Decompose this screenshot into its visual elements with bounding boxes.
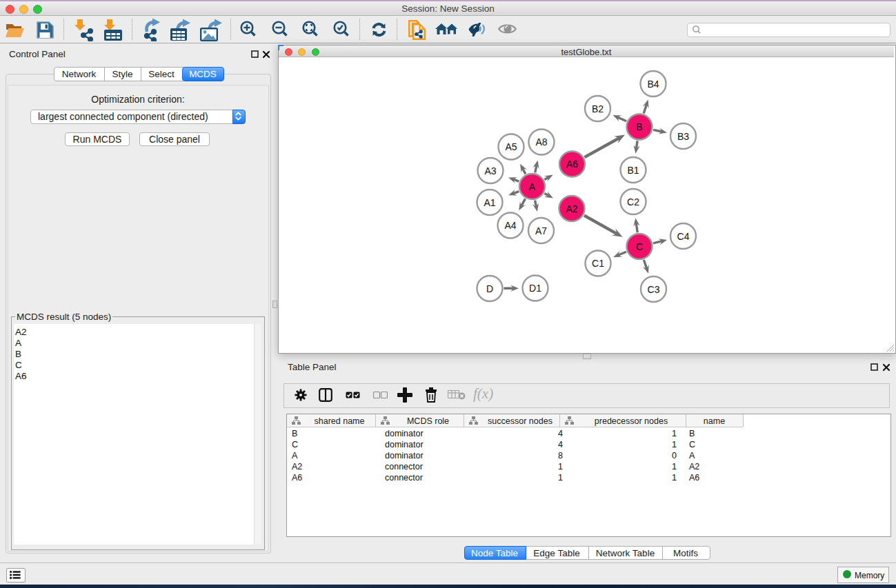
svg-text:D1: D1 [529,283,541,294]
svg-text:A3: A3 [484,165,496,176]
svg-text:C: C [636,241,643,252]
svg-text:A2: A2 [566,203,577,214]
svg-text:A7: A7 [535,225,547,236]
svg-text:C1: C1 [592,258,604,269]
svg-text:B3: B3 [677,131,689,142]
svg-text:A1: A1 [484,197,495,208]
svg-text:A: A [529,181,536,192]
svg-text:B: B [636,121,642,132]
svg-text:B1: B1 [627,165,639,176]
svg-text:A8: A8 [535,136,547,148]
svg-text:D: D [486,283,493,294]
svg-text:C2: C2 [627,196,639,207]
svg-text:B4: B4 [647,79,659,90]
svg-text:C3: C3 [648,284,660,295]
svg-text:A6: A6 [566,159,578,170]
svg-text:A5: A5 [505,141,517,152]
svg-text:A4: A4 [504,220,516,231]
svg-text:C4: C4 [677,231,690,242]
svg-text:B2: B2 [592,103,604,114]
